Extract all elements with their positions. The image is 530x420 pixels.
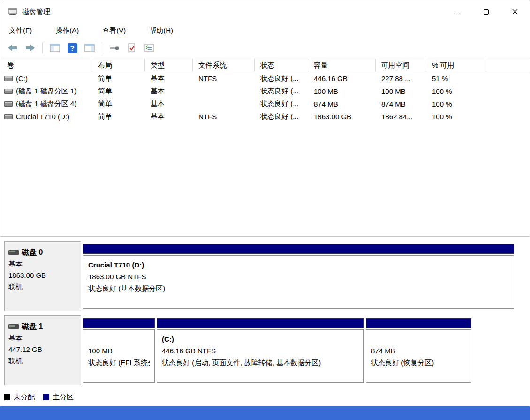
graphical-disk-pane: 磁盘 0 基本 1863.00 GB 联机 Crucial T710 (D:) … xyxy=(0,237,530,390)
legend-bar: 未分配 主分区 xyxy=(0,390,530,404)
partition-size: 1863.00 GB NTFS xyxy=(88,271,509,283)
disk-name: 磁盘 0 xyxy=(22,248,43,258)
capacity-cell: 100 MB xyxy=(308,85,376,98)
partition-size: 446.16 GB NTFS xyxy=(162,345,359,357)
freespace-cell: 1862.84... xyxy=(376,110,426,123)
properties-list-icon xyxy=(144,44,154,52)
volume-name: (磁盘 1 磁盘分区 1) xyxy=(16,87,76,96)
column-header-percentfree[interactable]: % 可用 xyxy=(426,59,486,72)
column-header-layout[interactable]: 布局 xyxy=(92,59,145,72)
partition-color-bar xyxy=(157,318,364,328)
freespace-cell: 874 MB xyxy=(376,98,426,110)
partition-size: 100 MB xyxy=(88,345,150,357)
table-row[interactable]: (磁盘 1 磁盘分区 1) 简单 基本 状态良好 (... 100 MB 100… xyxy=(0,85,530,98)
percentfree-cell: 100 % xyxy=(426,85,486,98)
status-cell: 状态良好 (... xyxy=(255,110,308,123)
menu-action[interactable]: 操作(A) xyxy=(50,24,84,37)
partition-efi[interactable]: 100 MB 状态良好 (EFI 系统分区) xyxy=(83,318,155,385)
layout-cell: 简单 xyxy=(92,72,145,85)
properties-list-button[interactable] xyxy=(142,40,157,55)
table-row[interactable]: (磁盘 1 磁盘分区 4) 简单 基本 状态良好 (... 874 MB 874… xyxy=(0,98,530,110)
volume-name: (C:) xyxy=(16,75,28,83)
disk-icon xyxy=(8,323,19,330)
disk-0-label[interactable]: 磁盘 0 基本 1863.00 GB 联机 xyxy=(4,241,81,311)
disk-row-1: 磁盘 1 基本 447.12 GB 联机 100 MB 状态良好 (EFI 系统… xyxy=(4,315,514,385)
console-tree-button[interactable] xyxy=(47,40,62,55)
column-header-type[interactable]: 类型 xyxy=(145,59,193,72)
maximize-icon xyxy=(484,9,489,15)
partition-body: (C:) 446.16 GB NTFS 状态良好 (启动, 页面文件, 故障转储… xyxy=(157,329,364,383)
column-header-freespace[interactable]: 可用空间 xyxy=(376,59,426,72)
status-cell: 状态良好 (... xyxy=(255,72,308,85)
partition-recovery[interactable]: 874 MB 状态良好 (恢复分区) xyxy=(366,318,471,385)
disk-state: 联机 xyxy=(8,355,77,367)
volume-icon xyxy=(4,76,13,81)
taskbar-strip xyxy=(0,406,530,420)
close-icon xyxy=(512,9,518,15)
toolbar-separator xyxy=(102,42,102,53)
column-header-status[interactable]: 状态 xyxy=(255,59,308,72)
column-header-volume[interactable]: 卷 xyxy=(0,59,92,72)
partition-size: 874 MB xyxy=(371,345,466,357)
filesystem-cell xyxy=(193,85,255,98)
disk-icon xyxy=(8,249,19,256)
maximize-button[interactable] xyxy=(471,0,500,23)
volume-list-pane: 卷 布局 类型 文件系统 状态 容量 可用空间 % 可用 (C:) 简单 基本 … xyxy=(0,59,530,237)
back-button[interactable] xyxy=(5,40,20,55)
menu-file[interactable]: 文件(F) xyxy=(3,24,38,37)
menu-help[interactable]: 帮助(H) xyxy=(144,24,179,37)
table-row[interactable]: (C:) 简单 基本 NTFS 状态良好 (... 446.16 GB 227.… xyxy=(0,72,530,85)
check-document-button[interactable] xyxy=(124,40,139,55)
menu-view[interactable]: 查看(V) xyxy=(97,24,131,37)
percentfree-cell: 100 % xyxy=(426,110,486,123)
partition-name: Crucial T710 (D:) xyxy=(88,259,509,271)
partition-name: (C:) xyxy=(162,333,359,345)
table-row[interactable]: Crucial T710 (D:) 简单 基本 NTFS 状态良好 (... 1… xyxy=(0,110,530,123)
disk-1-label[interactable]: 磁盘 1 基本 447.12 GB 联机 xyxy=(4,315,81,385)
app-icon xyxy=(8,8,17,16)
status-cell: 状态良好 (... xyxy=(255,85,308,98)
disk-type: 基本 xyxy=(8,333,77,344)
type-cell: 基本 xyxy=(145,110,193,123)
help-icon: ? xyxy=(68,43,77,53)
help-button[interactable]: ? xyxy=(65,40,80,55)
column-header-capacity[interactable]: 容量 xyxy=(308,59,376,72)
close-button[interactable] xyxy=(500,0,530,23)
disk-1-partitions: 100 MB 状态良好 (EFI 系统分区) (C:) 446.16 GB NT… xyxy=(83,315,514,385)
back-arrow-icon xyxy=(7,43,18,53)
disk-type: 基本 xyxy=(8,259,77,270)
legend-item-primary: 主分区 xyxy=(43,393,74,402)
forward-button[interactable] xyxy=(23,40,38,55)
partition-c[interactable]: (C:) 446.16 GB NTFS 状态良好 (启动, 页面文件, 故障转储… xyxy=(157,318,364,385)
legend-label: 未分配 xyxy=(14,393,35,402)
console-tree-icon xyxy=(50,44,60,52)
layout-cell: 简单 xyxy=(92,85,145,98)
action-pane-icon xyxy=(84,44,95,52)
legend-label: 主分区 xyxy=(53,393,74,402)
disk-management-window: 磁盘管理 文件(F) 操作(A) 查看(V) 帮助(H) xyxy=(0,0,530,406)
partition-name xyxy=(371,333,466,345)
volume-icon xyxy=(4,101,13,107)
tool-button[interactable] xyxy=(107,40,122,55)
column-header-filesystem[interactable]: 文件系统 xyxy=(193,59,255,72)
action-pane-button[interactable] xyxy=(82,40,97,55)
type-cell: 基本 xyxy=(145,98,193,110)
toolbar: ? xyxy=(0,38,530,58)
layout-cell: 简单 xyxy=(92,110,145,123)
volume-name: Crucial T710 (D:) xyxy=(16,113,69,121)
type-cell: 基本 xyxy=(145,85,193,98)
filesystem-cell xyxy=(193,98,255,110)
unallocated-swatch xyxy=(4,394,10,400)
partition-body: 100 MB 状态良好 (EFI 系统分区) xyxy=(83,329,155,383)
partition-name xyxy=(88,333,150,345)
minimize-button[interactable] xyxy=(442,0,471,23)
toolbar-separator xyxy=(42,42,43,53)
type-cell: 基本 xyxy=(145,72,193,85)
menubar: 文件(F) 操作(A) 查看(V) 帮助(H) xyxy=(0,23,530,38)
partition-color-bar xyxy=(366,318,471,328)
filesystem-cell: NTFS xyxy=(193,110,255,123)
filesystem-cell: NTFS xyxy=(193,72,255,85)
partition-d[interactable]: Crucial T710 (D:) 1863.00 GB NTFS 状态良好 (… xyxy=(83,244,514,311)
layout-cell: 简单 xyxy=(92,98,145,110)
status-cell: 状态良好 (... xyxy=(255,98,308,110)
